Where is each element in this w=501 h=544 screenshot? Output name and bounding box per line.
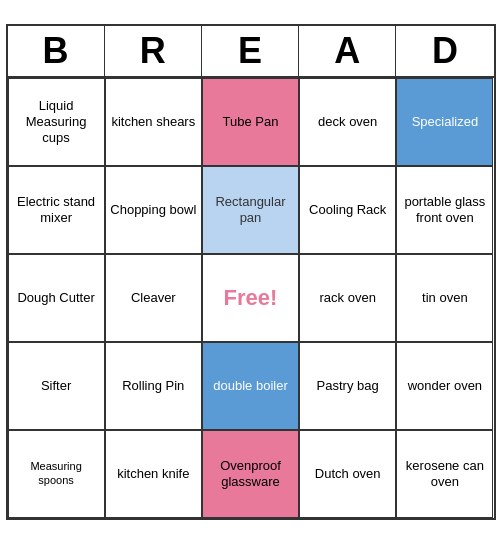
bingo-grid: Liquid Measuring cupskitchen shearsTube … (8, 78, 494, 518)
bingo-cell-20: Measuring spoons (8, 430, 105, 518)
bingo-cell-18: Pastry bag (299, 342, 396, 430)
bingo-cell-12: Free! (202, 254, 299, 342)
bingo-cell-14: tin oven (396, 254, 493, 342)
bingo-cell-11: Cleaver (105, 254, 202, 342)
bingo-cell-22: Ovenproof glassware (202, 430, 299, 518)
header-cell-b: B (8, 26, 105, 76)
bingo-cell-3: deck oven (299, 78, 396, 166)
bingo-cell-1: kitchen shears (105, 78, 202, 166)
bingo-cell-23: Dutch oven (299, 430, 396, 518)
header-cell-e: E (202, 26, 299, 76)
bingo-cell-2: Tube Pan (202, 78, 299, 166)
bingo-cell-0: Liquid Measuring cups (8, 78, 105, 166)
header-cell-d: D (396, 26, 493, 76)
bingo-cell-24: kerosene can oven (396, 430, 493, 518)
bingo-cell-16: Rolling Pin (105, 342, 202, 430)
bingo-header: BREAD (8, 26, 494, 78)
bingo-cell-19: wonder oven (396, 342, 493, 430)
header-cell-r: R (105, 26, 202, 76)
bingo-cell-13: rack oven (299, 254, 396, 342)
bingo-cell-17: double boiler (202, 342, 299, 430)
bingo-cell-9: portable glass front oven (396, 166, 493, 254)
header-cell-a: A (299, 26, 396, 76)
bingo-cell-5: Electric stand mixer (8, 166, 105, 254)
bingo-cell-7: Rectangular pan (202, 166, 299, 254)
bingo-cell-21: kitchen knife (105, 430, 202, 518)
bingo-card: BREAD Liquid Measuring cupskitchen shear… (6, 24, 496, 520)
bingo-cell-6: Chopping bowl (105, 166, 202, 254)
bingo-cell-8: Cooling Rack (299, 166, 396, 254)
bingo-cell-15: Sifter (8, 342, 105, 430)
bingo-cell-10: Dough Cutter (8, 254, 105, 342)
bingo-cell-4: Specialized (396, 78, 493, 166)
